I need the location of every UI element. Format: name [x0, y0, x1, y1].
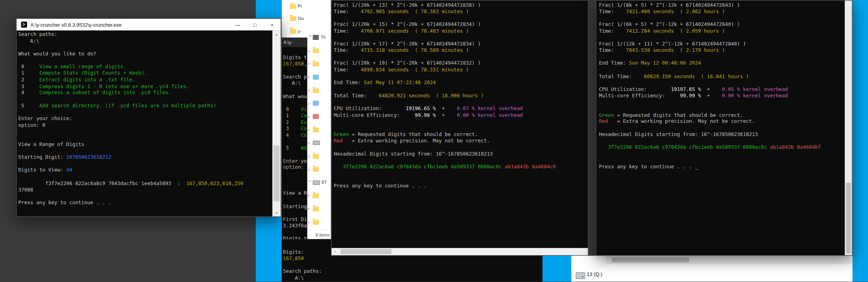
console-line: f3f7e2296 822ac6a8c9 7843dacfbc 1eeb4a58…: [18, 180, 272, 187]
console-line: Time: 4702.965 seconds ( 78.383 minutes …: [334, 9, 588, 15]
console-line: Red = Extra working precision. May not b…: [599, 119, 845, 125]
chevron-right-icon[interactable]: ›: [308, 206, 313, 212]
folder-icon: [313, 48, 319, 53]
scrollbar-thumb[interactable]: [846, 183, 850, 254]
console-line: [599, 15, 845, 22]
folder-icon: [290, 4, 296, 8]
console-line: [18, 174, 272, 180]
console-line: First Di: [283, 216, 307, 223]
maximize-button[interactable]: □: [247, 19, 264, 30]
title-bar[interactable]: A:\y-cruncher v0.8.3.9532\y-cruncher.exe…: [17, 19, 281, 30]
console-line: 3.243f6a: [283, 223, 307, 229]
background-console-window[interactable]: A:\y- Digits t167,850, Search p A:\ What…: [282, 37, 307, 239]
console-line: Frac( 1/(6k + 5) * 2^(-12k + 67140249447…: [599, 22, 845, 28]
console-app-icon: [21, 22, 27, 28]
console-line: [334, 73, 588, 80]
console-line: option:: [283, 165, 307, 171]
y-cruncher-console-window[interactable]: A:\y-cruncher v0.8.3.9532\y-cruncher.exe…: [16, 18, 281, 217]
middle-console-window[interactable]: Frac( 1/(20k + 13) * 2^(-20k + 671402494…: [331, 0, 588, 256]
chevron-right-icon[interactable]: ›: [308, 87, 313, 93]
right-console-window[interactable]: Frac( 1/(8k + 5) * 2^(-12k + 67140249447…: [596, 0, 852, 256]
console-line: 4 Co: [283, 132, 307, 139]
scrollbar-thumb[interactable]: [274, 146, 280, 201]
chevron-right-icon[interactable]: ›: [308, 140, 313, 146]
left-console-vscrollbar[interactable]: ▲ ▼: [272, 30, 281, 216]
chevron-right-icon[interactable]: ›: [308, 61, 313, 67]
scrollbar-thumb[interactable]: [612, 257, 689, 262]
console-line: CPU Utilization: 19196.65 % + 0.07 % ker…: [334, 106, 588, 112]
tree-item-label: Th: [321, 35, 326, 40]
console-line: Red = Extra working precision. May not b…: [334, 138, 588, 144]
console-line: [283, 171, 307, 177]
scroll-up-icon[interactable]: ▲: [272, 30, 281, 37]
console-line: [18, 161, 272, 167]
chevron-right-icon[interactable]: ›: [308, 48, 313, 53]
console-line: [283, 184, 307, 190]
console-line: [334, 177, 588, 183]
console-output[interactable]: Frac( 1/(20k + 13) * 2^(-20k + 671402494…: [331, 0, 588, 249]
console-line: [283, 139, 307, 145]
chevron-right-icon[interactable]: ›: [308, 74, 313, 80]
chevron-right-icon[interactable]: ›: [308, 127, 313, 132]
chevron-down-icon[interactable]: ›: [308, 35, 313, 40]
console-line: [334, 35, 588, 41]
chevron-right-icon[interactable]: ›: [308, 153, 313, 159]
drive-icon: [576, 272, 585, 279]
console-line: CPU Utilization: 19197.65 % + 0.05 % ker…: [599, 86, 845, 93]
console-line: Total Time: 60629.150 seconds ( 16.841 h…: [599, 73, 845, 80]
chevron-right-icon[interactable]: ›: [308, 193, 313, 199]
console-line: 1 Compute Stats (Digit Counts + Hash).: [18, 70, 272, 77]
chevron-right-icon[interactable]: ›: [308, 219, 313, 225]
explorer-nav-item[interactable]: Ou: [282, 12, 330, 25]
console-line: [599, 151, 845, 158]
right-console-vscrollbar[interactable]: [845, 0, 852, 255]
chevron-right-icon[interactable]: ›: [308, 101, 313, 106]
console-line: [283, 229, 307, 236]
console-line: Hexadecimal Digits starting from: 16^-16…: [334, 151, 588, 158]
console-output[interactable]: Digits t167,850, Search p A:\ What wou 0…: [282, 47, 307, 242]
scrollbar-thumb[interactable]: [340, 249, 391, 254]
console-line: [18, 57, 272, 64]
console-line: Time: 7421.480 seconds ( 2.062 hours ): [599, 9, 845, 15]
console-line: Time: 4708.971 seconds ( 78.483 minutes …: [334, 28, 588, 34]
console-line: [18, 109, 272, 116]
console-output[interactable]: Frac( 1/(8k + 5) * 2^(-12k + 67140249447…: [596, 0, 852, 256]
console-line: 5 Ad: [283, 145, 307, 152]
folder-icon: [313, 154, 319, 158]
chevron-right-icon[interactable]: ›: [308, 167, 313, 172]
console-line: [599, 158, 845, 164]
console-line: Green = Requested digits that should be …: [599, 112, 845, 118]
console-line: 0 Vi: [283, 106, 307, 113]
console-line: A:\: [18, 38, 272, 44]
minimize-button[interactable]: —: [229, 19, 247, 30]
console-line: 167,850,: [283, 61, 307, 67]
console-line: [283, 87, 307, 93]
console-line: Frac( 1/(20k + 19) * 2^(-20k + 671402494…: [334, 61, 588, 67]
console-line: [599, 125, 845, 132]
console-line: [599, 99, 845, 106]
explorer-nav-item[interactable]: Pi: [282, 0, 330, 12]
close-button[interactable]: ×: [264, 19, 281, 30]
console-line: Frac( 1/(20k + 17) * 2^(-20k + 671402494…: [334, 41, 588, 47]
console-line: [334, 15, 588, 22]
folder-icon: [313, 61, 319, 66]
console-line: [599, 67, 845, 73]
console-output[interactable]: Search paths: A:\ What would you like to…: [17, 30, 281, 216]
console-line: Frac( 1/(20k + 15) * 2^(-20k + 671402494…: [334, 22, 588, 28]
scroll-down-icon[interactable]: ▼: [272, 209, 281, 217]
bottom-hscrollbar[interactable]: [606, 256, 853, 264]
console-line: 2 Ex: [283, 119, 307, 126]
chevron-down-icon[interactable]: ›: [308, 180, 313, 185]
middle-console-hscrollbar[interactable]: ‹: [331, 248, 588, 255]
console-line: Press any key to continue . . . _: [599, 164, 845, 170]
folder-icon: [313, 88, 319, 93]
chevron-right-icon[interactable]: ›: [308, 114, 313, 119]
drive-item-label[interactable]: 13 (Q:): [587, 272, 602, 277]
console-line: [334, 99, 588, 106]
scroll-left-icon[interactable]: ‹: [331, 248, 339, 255]
console-line: 3f7e2296 822ac6a8 c97843da cfbc1eeb 4a58…: [599, 144, 845, 151]
console-line: What would you like to do?: [18, 51, 272, 57]
item-count-label: 8 items: [316, 232, 330, 237]
title-bar[interactable]: A:\y-: [282, 37, 307, 47]
console-line: [334, 54, 588, 60]
